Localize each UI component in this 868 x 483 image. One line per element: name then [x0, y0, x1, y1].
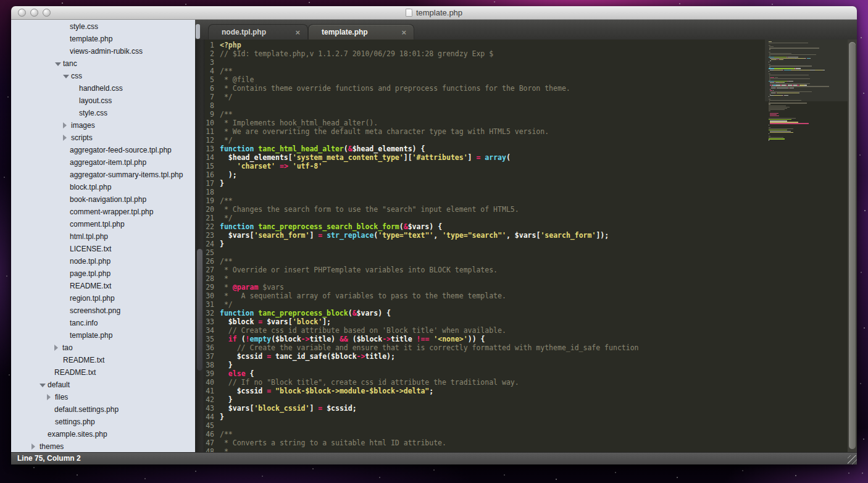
disclosure-triangle-icon[interactable]	[63, 135, 67, 141]
sidebar-scrollbar-track[interactable]	[195, 40, 205, 452]
minimize-window-button[interactable]	[30, 9, 38, 17]
disclosure-triangle-icon[interactable]	[55, 62, 61, 66]
code-line-46[interactable]: 46/**	[205, 430, 857, 439]
code-line-35[interactable]: 35 if (!empty($block->title) && ($block-…	[205, 335, 857, 343]
sidebar-item-comment-wrapper.tpl.php[interactable]: comment-wrapper.tpl.php	[11, 206, 195, 218]
sidebar-item-example.sites.php[interactable]: example.sites.php	[11, 428, 195, 440]
code-line-42[interactable]: 42 }	[205, 395, 857, 404]
code-line-44[interactable]: 44}	[205, 413, 857, 421]
sidebar-item-images[interactable]: images	[11, 119, 195, 132]
code-line-41[interactable]: 41 $cssid = "block-$block->module-$block…	[205, 387, 857, 395]
disclosure-triangle-icon[interactable]	[47, 394, 51, 400]
sidebar-item-files[interactable]: files	[11, 391, 195, 403]
sidebar-item-html.tpl.php[interactable]: html.tpl.php	[11, 230, 195, 243]
sidebar-item-tanc[interactable]: tanc	[11, 57, 195, 70]
code-line-21[interactable]: 21 */	[205, 214, 857, 222]
code-line-29[interactable]: 29 * @param $vars	[205, 283, 857, 292]
code-line-6[interactable]: 6 * Contains theme override functions an…	[205, 84, 857, 93]
sidebar-item-aggregator-feed-source.tpl.php[interactable]: aggregator-feed-source.tpl.php	[11, 144, 195, 156]
code-line-39[interactable]: 39 else {	[205, 369, 857, 378]
code-line-38[interactable]: 38 }	[205, 361, 857, 369]
disclosure-triangle-icon[interactable]	[63, 122, 67, 128]
code-line-37[interactable]: 37 $cssid = tanc_id_safe($block->title);	[205, 352, 857, 361]
sidebar-item-themes[interactable]: themes	[11, 440, 195, 452]
code-line-31[interactable]: 31 */	[205, 300, 857, 309]
code-line-7[interactable]: 7 */	[205, 93, 857, 101]
code-line-16[interactable]: 16 );	[205, 170, 857, 179]
code-line-9[interactable]: 9/**	[205, 110, 857, 119]
sidebar-item-style.css[interactable]: style.css	[11, 20, 195, 33]
code-line-20[interactable]: 20 * Changes the search form to use the …	[205, 205, 857, 214]
code-line-36[interactable]: 36 // Create the variable and ensure tha…	[205, 343, 857, 352]
sidebar-item-node.tpl.php[interactable]: node.tpl.php	[11, 255, 195, 267]
resize-grip-icon[interactable]	[848, 455, 857, 464]
tab-node.tpl.php[interactable]: node.tpl.php×	[208, 24, 308, 40]
code-line-11[interactable]: 11 * We are overwriting the default meta…	[205, 127, 857, 136]
code-line-8[interactable]: 8	[205, 101, 857, 110]
code-line-25[interactable]: 25	[205, 248, 857, 257]
code-line-10[interactable]: 10 * Implements hook_html_head_alter().	[205, 119, 857, 127]
code-line-3[interactable]: 3	[205, 58, 857, 67]
sidebar-item-views-admin-rubik.css[interactable]: views-admin-rubik.css	[11, 45, 195, 57]
sidebar-item-css[interactable]: css	[11, 70, 195, 82]
sidebar-item-page.tpl.php[interactable]: page.tpl.php	[11, 267, 195, 280]
code-area[interactable]: 1<?php2// $Id: template.php,v 1.1.2.7 20…	[205, 40, 857, 452]
sidebar-item-README.txt[interactable]: README.txt	[11, 280, 195, 292]
code-line-23[interactable]: 23 $vars['search_form'] = str_replace('t…	[205, 231, 857, 240]
code-line-1[interactable]: 1<?php	[205, 41, 857, 49]
disclosure-triangle-icon[interactable]	[31, 443, 35, 450]
sidebar-item-layout.css[interactable]: layout.css	[11, 94, 195, 107]
code-line-47[interactable]: 47 * Converts a string to a suitable htm…	[205, 439, 857, 447]
sidebar-item-tanc.info[interactable]: tanc.info	[11, 317, 195, 329]
code-line-14[interactable]: 14 $head_elements['system_meta_content_t…	[205, 153, 857, 162]
code-line-4[interactable]: 4/**	[205, 67, 857, 75]
code-line-27[interactable]: 27 * Override or insert PHPTemplate vari…	[205, 266, 857, 274]
sidebar-item-comment.tpl.php[interactable]: comment.tpl.php	[11, 218, 195, 230]
sidebar-item-default[interactable]: default	[11, 379, 195, 391]
code-line-32[interactable]: 32function tanc_preprocess_block(&$vars)…	[205, 309, 857, 317]
code-line-17[interactable]: 17}	[205, 179, 857, 188]
code-line-26[interactable]: 26/**	[205, 257, 857, 266]
code-line-45[interactable]: 45	[205, 421, 857, 430]
sidebar-item-README.txt[interactable]: README.txt	[11, 366, 195, 379]
minimap[interactable]	[767, 40, 846, 452]
sidebar-item-screenshot.png[interactable]: screenshot.png	[11, 304, 195, 317]
sidebar-item-README.txt[interactable]: README.txt	[11, 354, 195, 366]
editor-scrollbar-track[interactable]	[848, 40, 857, 452]
sidebar-item-scripts[interactable]: scripts	[11, 132, 195, 144]
code-line-2[interactable]: 2// $Id: template.php,v 1.1.2.7 2010/06/…	[205, 49, 857, 58]
zoom-window-button[interactable]	[43, 9, 51, 17]
sidebar-item-handheld.css[interactable]: handheld.css	[11, 82, 195, 94]
sidebar-item-default.settings.php[interactable]: default.settings.php	[11, 403, 195, 416]
sidebar-item-aggregator-item.tpl.php[interactable]: aggregator-item.tpl.php	[11, 156, 195, 169]
code-line-12[interactable]: 12 */	[205, 136, 857, 145]
close-window-button[interactable]	[18, 9, 26, 17]
sidebar-item-style.css[interactable]: style.css	[11, 107, 195, 119]
code-line-19[interactable]: 19/**	[205, 196, 857, 205]
sidebar-item-settings.php[interactable]: settings.php	[11, 416, 195, 428]
code-line-40[interactable]: 40 // If no "Block title", create css id…	[205, 378, 857, 387]
sidebar-item-book-navigation.tpl.php[interactable]: book-navigation.tpl.php	[11, 193, 195, 206]
code-line-15[interactable]: 15 'charset' => 'utf-8'	[205, 162, 857, 170]
code-line-43[interactable]: 43 $vars['block_cssid'] = $cssid;	[205, 404, 857, 413]
sidebar-item-tao[interactable]: tao	[11, 342, 195, 354]
code-line-22[interactable]: 22function tanc_preprocess_search_block_…	[205, 222, 857, 231]
sidebar-item-LICENSE.txt[interactable]: LICENSE.txt	[11, 243, 195, 255]
sidebar-scrollbar-thumb[interactable]	[197, 249, 202, 371]
disclosure-triangle-icon[interactable]	[63, 75, 69, 78]
code-line-48[interactable]: 48 *	[205, 447, 857, 452]
sidebar-item-template.php[interactable]: template.php	[11, 33, 195, 45]
code-line-28[interactable]: 28 *	[205, 274, 857, 283]
sidebar-item-aggregator-summary-items.tpl.php[interactable]: aggregator-summary-items.tpl.php	[11, 169, 195, 181]
sidebar-item-region.tpl.php[interactable]: region.tpl.php	[11, 292, 195, 304]
sidebar-item-block.tpl.php[interactable]: block.tpl.php	[11, 181, 195, 193]
disclosure-triangle-icon[interactable]	[54, 345, 58, 351]
close-tab-icon[interactable]: ×	[295, 28, 300, 36]
code-line-24[interactable]: 24}	[205, 240, 857, 248]
code-line-33[interactable]: 33 $block = $vars['block'];	[205, 317, 857, 326]
code-line-5[interactable]: 5 * @file	[205, 75, 857, 84]
code-line-18[interactable]: 18	[205, 188, 857, 196]
code-line-13[interactable]: 13function tanc_html_head_alter(&$head_e…	[205, 145, 857, 153]
sidebar-item-template.php[interactable]: template.php	[11, 329, 195, 342]
code-line-30[interactable]: 30 * A sequential array of variables to …	[205, 292, 857, 300]
